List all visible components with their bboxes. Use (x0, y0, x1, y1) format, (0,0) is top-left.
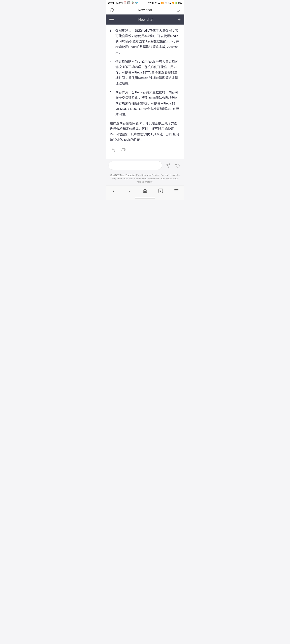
hd-badge-2: HD (164, 2, 168, 4)
new-chat-button[interactable]: + (178, 17, 181, 22)
forward-button[interactable]: › (125, 186, 134, 195)
shield-icon (110, 8, 114, 12)
signal-bars-2: 📶 (172, 2, 174, 4)
battery-icon: 🔋 (175, 2, 177, 4)
network-speed: 48.8K/s (116, 2, 123, 4)
input-area (106, 159, 184, 172)
menu-line-3 (174, 192, 178, 192)
send-icon (166, 163, 170, 168)
list-num-4: 4. (110, 59, 115, 86)
menu-line-1 (174, 190, 178, 190)
battery-level: 44% (178, 2, 182, 4)
tabs-count: 2 (160, 190, 161, 192)
list-text-4: 键过期策略不当：如果Redis中有大量过期的键没有被正确清理，那么它们可能会占用… (115, 59, 180, 86)
vpn-badge: VPN (148, 2, 153, 4)
menu-line-2 (174, 190, 178, 191)
hd-badge: HD (153, 2, 157, 4)
back-button[interactable]: ‹ (109, 186, 118, 195)
list-item: 4. 键过期策略不当：如果Redis中有大量过期的键没有被正确清理，那么它们可能… (110, 59, 180, 86)
hamburger-line-3 (109, 21, 114, 21)
status-right: VPN HD 5G 📶 HD 5G 📶 🔋 44% (148, 2, 182, 4)
home-icon (143, 188, 147, 193)
hamburger-line-2 (109, 19, 114, 20)
refresh-icon (176, 8, 180, 12)
thumbs-up-button[interactable] (110, 147, 116, 154)
list-item: 5. 内存碎片：当Redis存储大量数据时，内存可能会变得碎片化，导致Redis… (110, 90, 180, 117)
chat-input[interactable] (109, 161, 162, 170)
hamburger-line-1 (109, 18, 114, 18)
disclaimer: ChatGPT Feb 13 Version. Free Research Pr… (106, 172, 184, 186)
feedback-row (110, 146, 180, 156)
menu-button[interactable] (172, 186, 181, 195)
nav-menu-icon (174, 190, 178, 192)
bird-icon: 🐦 (135, 2, 138, 4)
list-num-3: 3. (110, 28, 115, 55)
duck-icon: 🦆 (131, 2, 134, 4)
send-button[interactable] (164, 162, 172, 169)
status-bar: 19:02 48.8K/s ⏰ 🔲 🦆 🐦 VPN HD 5G 📶 HD 5G … (106, 0, 184, 6)
shield-icon-container (109, 7, 115, 13)
signal-5g: 5G (158, 2, 160, 4)
chat-content: 3. 数据集过大：如果Redis存储了大量数据，它可能会导致内存使用率增加。可以… (106, 24, 184, 159)
forward-arrow-icon: › (129, 188, 130, 193)
bottom-nav: ‹ › 2 (106, 186, 184, 196)
hamburger-menu[interactable] (109, 18, 114, 21)
content-list: 3. 数据集过大：如果Redis存储了大量数据，它可能会导致内存使用率增加。可以… (110, 28, 180, 117)
back-arrow-icon: ‹ (113, 188, 114, 193)
list-text-3: 数据集过大：如果Redis存储了大量数据，它可能会导致内存使用率增加。可以使用R… (115, 28, 180, 55)
thumbs-up-icon (111, 148, 115, 152)
home-indicator (106, 196, 184, 200)
nfc-icon: 🔲 (127, 2, 130, 4)
tabs-count-box: 2 (158, 188, 163, 193)
reset-icon (175, 163, 180, 168)
disclaimer-text: ChatGPT Feb 13 Version. Free Research Pr… (110, 174, 180, 183)
signal-5g-2: 5G (169, 2, 171, 4)
app-header-title: New chat (138, 8, 152, 12)
time: 19:02 (108, 2, 114, 4)
chatgpt-version-link[interactable]: ChatGPT Feb 13 Version (110, 174, 135, 176)
chat-nav: New chat + (106, 14, 184, 24)
thumbs-down-icon (121, 148, 126, 152)
list-text-5: 内存碎片：当Redis存储大量数据时，内存可能会变得碎片化，导致Redis无法分… (115, 90, 180, 117)
thumbs-down-button[interactable] (120, 147, 127, 154)
refresh-button[interactable] (175, 7, 181, 13)
chat-nav-title: New chat (138, 18, 153, 22)
summary-paragraph: 在排查内存暴增问题时，可以结合以上几个方面进行分析和定位问题。同时，还可以考虑使… (110, 120, 180, 142)
reset-button[interactable] (174, 162, 181, 169)
home-indicator-bar (135, 198, 155, 198)
app-header: New chat (106, 6, 184, 14)
list-num-5: 5. (110, 90, 115, 117)
list-item: 3. 数据集过大：如果Redis存储了大量数据，它可能会导致内存使用率增加。可以… (110, 28, 180, 55)
alarm-icon: ⏰ (123, 2, 126, 4)
signal-bars-1: 📶 (161, 2, 164, 4)
home-button[interactable] (141, 186, 149, 195)
tabs-button[interactable]: 2 (156, 186, 165, 195)
status-left: 19:02 48.8K/s ⏰ 🔲 🦆 🐦 (108, 2, 138, 4)
